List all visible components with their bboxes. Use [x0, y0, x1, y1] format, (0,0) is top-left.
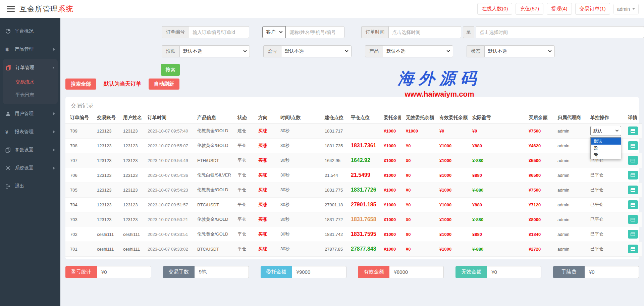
sidebar-group-orders: 订单管理 交易流水 平仓日志 — [3, 59, 58, 104]
pie-chart-icon — [5, 29, 15, 34]
today-orders-note: 默认为当天订单 — [104, 81, 141, 88]
end-time-input[interactable] — [476, 26, 644, 38]
cell-order-id: 706 — [65, 168, 92, 183]
col-username: 用户姓名 — [118, 112, 143, 123]
detail-button[interactable] — [628, 200, 638, 209]
cell-open-price: 1831.775 — [320, 183, 346, 197]
cell-control: 已平仓 默认 盈 亏 — [586, 227, 623, 242]
detail-button[interactable] — [628, 230, 638, 239]
cell-status: 平仓 — [233, 168, 254, 183]
detail-button[interactable] — [628, 186, 638, 194]
cell-entrust-balance: ¥1000 — [379, 242, 401, 256]
customer-type-select[interactable]: 客户 — [262, 26, 286, 38]
detail-button[interactable] — [628, 141, 638, 150]
control-status-text: 已平仓 — [590, 172, 603, 177]
table-row: 704 123123 123123 2023-10-07 09:51:57 BT… — [65, 197, 642, 212]
user-icon — [5, 111, 15, 116]
entrust-amount-button[interactable]: 委托金额 — [261, 266, 292, 278]
sidebar-item-logout[interactable]: 退出 — [0, 177, 60, 195]
cell-direction: 买涨 — [254, 242, 276, 256]
dropdown-option-win[interactable]: 盈 — [591, 145, 621, 152]
cell-open-price: 1642.95 — [320, 153, 346, 168]
withdraw-button[interactable]: 提现(4) — [547, 3, 572, 15]
sidebar-subitem-trade-flow[interactable]: 交易流水 — [3, 76, 58, 89]
app-title: 互金所管理系统 — [19, 4, 73, 14]
control-select[interactable]: 默认 — [590, 126, 621, 136]
customer-keyword-input[interactable] — [286, 26, 344, 38]
cell-status: 平仓 — [233, 153, 254, 168]
sidebar-item-order-management[interactable]: 订单管理 — [3, 60, 58, 76]
cell-order-time: 2023-10-07 09:33:51 — [143, 227, 193, 242]
profit-loss-value: 默认不选 — [285, 48, 304, 54]
sidebar-item-system-settings[interactable]: 系统设置 — [0, 159, 60, 177]
cell-entrust-balance: ¥1000 — [379, 138, 401, 153]
order-no-input[interactable] — [189, 26, 249, 38]
col-duration: 时间/点数 — [276, 112, 320, 123]
detail-button[interactable] — [628, 171, 638, 180]
profit-loss-select[interactable]: 默认不选 — [281, 45, 352, 57]
admin-menu[interactable]: admin — [613, 4, 639, 14]
cell-username: 123123 — [118, 153, 143, 168]
cell-detail — [623, 242, 642, 256]
cell-order-id: 708 — [65, 138, 92, 153]
sidebar-item-report-management[interactable]: ¥ 报表管理 — [0, 123, 60, 141]
cell-valid-entrust: ¥1000 — [435, 153, 468, 168]
cell-account: 123123 — [92, 168, 118, 183]
cell-invalid-entrust: ¥1000 — [401, 123, 435, 138]
dropdown-option-lose[interactable]: 亏 — [591, 152, 621, 159]
documents-icon — [5, 147, 15, 153]
valid-amount-button[interactable]: 有效金额 — [358, 266, 389, 278]
trade-orders-button[interactable]: 交易订单(1) — [575, 3, 610, 15]
updown-select[interactable]: 默认不选 — [179, 45, 250, 57]
invalid-amount-button[interactable]: 无效金额 — [455, 266, 487, 278]
fee-button[interactable]: 手续费 — [553, 266, 585, 278]
cell-detail — [623, 183, 642, 197]
detail-button[interactable] — [628, 245, 638, 253]
cell-duration: 30秒 — [276, 227, 320, 242]
status-label: 状态 — [467, 45, 484, 57]
start-time-input[interactable] — [388, 26, 461, 38]
search-all-button[interactable]: 搜索全部 — [65, 79, 96, 90]
product-select[interactable]: 默认不选 — [383, 45, 453, 57]
cell-actual-pl: ¥-880 — [468, 212, 524, 227]
cell-order-time: 2023-10-07 09:51:57 — [143, 197, 193, 212]
sidebar-item-parameter-settings[interactable]: 参数设置 — [0, 141, 60, 159]
col-direction: 方向 — [254, 112, 276, 123]
chevron-down-icon — [244, 49, 247, 52]
online-users-button[interactable]: 在线人数(0) — [477, 3, 512, 15]
valid-amount-value: ¥8000 — [389, 266, 444, 278]
sidebar-item-label: 系统设置 — [15, 165, 34, 171]
chevron-down-icon — [548, 49, 552, 52]
cell-product: BTC/USDT — [193, 197, 233, 212]
cell-after-balance: ¥4620 — [524, 138, 553, 153]
summary-trade-count: 交易手数 9笔 — [163, 266, 249, 278]
pl-total-button[interactable]: 盈亏统计 — [65, 266, 97, 278]
sidebar-item-user-management[interactable]: 用户管理 — [0, 105, 60, 123]
cell-close-price: 1831.7361 — [346, 138, 379, 153]
detail-button[interactable] — [628, 156, 638, 165]
auto-refresh-button[interactable]: 自动刷新 — [149, 79, 179, 90]
col-agent: 归属代理商 — [553, 112, 586, 123]
cell-invalid-entrust: ¥0 — [401, 168, 435, 183]
cell-product: 伦敦黄金/GOLD — [193, 212, 233, 227]
trade-count-button[interactable]: 交易手数 — [163, 266, 195, 278]
recharge-button[interactable]: 充值(57) — [516, 3, 543, 15]
sidebar-item-product-management[interactable]: ฿ 产品管理 — [0, 40, 60, 58]
product-filter: 产品 默认不选 — [365, 45, 453, 57]
summary-entrust-amount: 委托金额 ¥9000 — [261, 266, 346, 278]
list-icon — [631, 233, 635, 236]
to-label: 至 — [463, 26, 474, 38]
cell-duration: 30秒 — [276, 197, 320, 212]
cell-entrust-balance: ¥1000 — [379, 153, 401, 168]
trade-count-value: 9笔 — [195, 266, 249, 278]
cell-order-time: 2023-10-07 09:57:40 — [143, 123, 193, 138]
status-select[interactable]: 默认不选 — [484, 45, 555, 57]
dropdown-option-default[interactable]: 默认 — [591, 138, 621, 145]
sidebar-item-platform-overview[interactable]: 平台概况 — [0, 22, 60, 40]
menu-toggle-icon[interactable] — [7, 6, 15, 12]
search-button[interactable]: 搜索 — [161, 64, 180, 76]
sidebar-subitem-close-log[interactable]: 平仓日志 — [3, 89, 58, 101]
detail-button[interactable] — [628, 126, 638, 135]
detail-button[interactable] — [628, 215, 638, 224]
cell-status: 平仓 — [233, 138, 254, 153]
